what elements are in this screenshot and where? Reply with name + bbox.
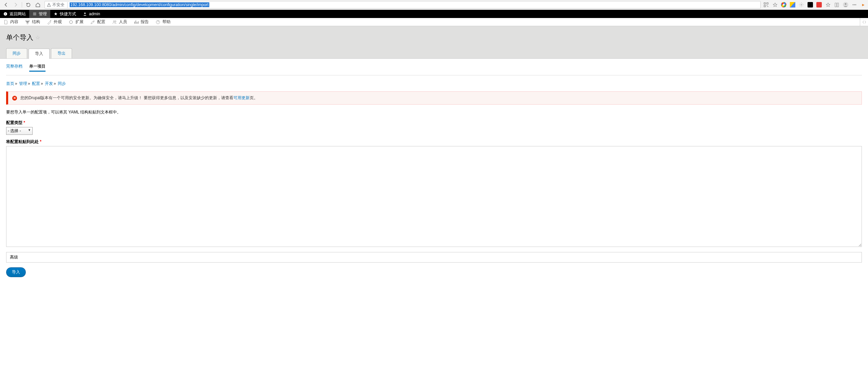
menu-appearance-label: 外观: [54, 19, 62, 25]
tab-import[interactable]: 导入: [29, 49, 50, 59]
config-type-label-text: 配置类型: [6, 120, 22, 125]
config-paste-textarea[interactable]: [6, 146, 862, 247]
svg-point-16: [113, 20, 115, 22]
manage-label: 管理: [39, 11, 47, 17]
collections-icon[interactable]: [834, 2, 839, 7]
extension-gear-icon[interactable]: [799, 2, 804, 7]
menu-structure-label: 结构: [32, 19, 40, 25]
config-type-value: - 选择 -: [8, 128, 21, 133]
menu-appearance[interactable]: 外观: [43, 18, 65, 26]
crumb-sync[interactable]: 同步: [58, 81, 66, 86]
page-description: 要想导入单一的配置项，可以将其 YAML 结构粘贴到文本框中。: [6, 109, 862, 115]
menu-structure[interactable]: 结构: [22, 18, 43, 26]
crumb-home[interactable]: 首页: [6, 81, 14, 86]
more-icon[interactable]: ⋯: [852, 2, 857, 7]
address-bar[interactable]: 不安全 192.168.109.100:8080/admin/config/de…: [45, 1, 761, 8]
svg-point-11: [84, 13, 86, 14]
menu-help[interactable]: 帮助: [152, 18, 174, 26]
admin-menu: 内容 结构 外观 扩展 配置 人员 报告 帮助: [0, 18, 868, 26]
svg-rect-4: [767, 5, 767, 6]
security-indicator[interactable]: 不安全: [47, 2, 68, 8]
svg-rect-8: [837, 3, 838, 6]
svg-rect-5: [767, 6, 768, 7]
menu-config[interactable]: 配置: [87, 18, 109, 26]
svg-rect-2: [767, 3, 768, 4]
extension-chrome-icon[interactable]: [781, 2, 786, 7]
shortcuts-link[interactable]: 快捷方式: [50, 10, 79, 18]
subtab-full[interactable]: 完整存档: [6, 62, 22, 72]
crumb-dev[interactable]: 开发: [45, 81, 53, 86]
svg-point-10: [4, 12, 7, 16]
tab-export[interactable]: 导出: [51, 48, 72, 58]
page-title-text: 单个导入: [6, 33, 33, 42]
menu-content[interactable]: 内容: [0, 18, 22, 26]
manage-menu-toggle[interactable]: 管理: [29, 10, 50, 18]
import-button[interactable]: 导入: [6, 267, 26, 277]
config-type-select[interactable]: - 选择 -: [6, 127, 33, 135]
page-header: 单个导入 ☆ 同步 导入 导出: [0, 26, 868, 59]
svg-point-15: [50, 20, 51, 21]
menu-config-label: 配置: [97, 19, 105, 25]
url-text: 192.168.109.100:8080/admin/config/develo…: [70, 2, 209, 7]
browser-toolbar: 不安全 192.168.109.100:8080/admin/config/de…: [0, 0, 868, 10]
drupal-topbar: 返回网站 管理 快捷方式 admin: [0, 10, 868, 18]
extension-red-icon[interactable]: [816, 2, 822, 7]
extension-color-icon[interactable]: [790, 2, 795, 7]
page-title: 单个导入 ☆: [6, 33, 862, 42]
profile-avatar[interactable]: [843, 2, 848, 7]
menu-help-label: 帮助: [162, 19, 171, 25]
forward-button[interactable]: [12, 1, 20, 9]
menu-content-label: 内容: [10, 19, 18, 25]
svg-point-9: [845, 3, 847, 5]
bookmark-star-icon[interactable]: [772, 2, 778, 7]
svg-rect-1: [764, 3, 765, 4]
breadcrumb: 首页» 管理» 配置» 开发» 同步: [6, 81, 862, 87]
separator: [22, 2, 22, 7]
svg-rect-3: [764, 5, 765, 7]
menu-extend-label: 扩展: [75, 19, 84, 25]
svg-rect-14: [27, 22, 28, 24]
orientation-toggle[interactable]: [860, 18, 868, 26]
menu-people-label: 人员: [119, 19, 127, 25]
favorite-icon[interactable]: [825, 2, 831, 7]
svg-rect-7: [835, 3, 836, 6]
subtab-single[interactable]: 单一项目: [29, 62, 46, 72]
extension-black-icon[interactable]: [808, 2, 813, 7]
paste-label-text: 将配置粘贴到此处: [6, 139, 39, 144]
config-type-label: 配置类型 *: [6, 120, 862, 126]
paste-label: 将配置粘贴到此处 *: [6, 139, 862, 145]
reload-button[interactable]: [24, 1, 32, 9]
back-button[interactable]: [2, 1, 10, 9]
error-icon: ✕: [12, 96, 17, 101]
user-label: admin: [89, 12, 100, 16]
back-to-site-link[interactable]: 返回网站: [0, 10, 29, 18]
shortcut-star-icon[interactable]: ☆: [35, 34, 40, 41]
main-content: 完整存档 单一项目 首页» 管理» 配置» 开发» 同步 ✕ 您的Drupal版…: [0, 59, 868, 277]
nav-arrows: [2, 1, 42, 9]
alert-link[interactable]: 可用更新: [233, 95, 250, 100]
menu-extend[interactable]: 扩展: [65, 18, 87, 26]
primary-tabs: 同步 导入 导出: [6, 48, 862, 58]
alert-text-1: 您的Drupal版本有一个可用的安全更新。为确保安全，请马上升级！ 要想获得更多…: [20, 95, 233, 100]
crumb-config[interactable]: 配置: [32, 81, 40, 86]
advanced-details[interactable]: 高级: [6, 252, 862, 263]
secondary-tabs: 完整存档 单一项目: [6, 59, 862, 75]
not-secure-label: 不安全: [52, 2, 65, 8]
shortcuts-label: 快捷方式: [60, 11, 76, 17]
menu-reports[interactable]: 报告: [130, 18, 152, 26]
tab-sync[interactable]: 同步: [6, 48, 27, 58]
security-alert: ✕ 您的Drupal版本有一个可用的安全更新。为确保安全，请马上升级！ 要想获得…: [6, 91, 862, 105]
back-to-site-label: 返回网站: [10, 11, 26, 17]
alert-message: 您的Drupal版本有一个可用的安全更新。为确保安全，请马上升级！ 要想获得更多…: [20, 95, 258, 101]
svg-rect-13: [28, 20, 30, 21]
dev-indicator-icon[interactable]: ▸: [861, 2, 866, 7]
crumb-admin[interactable]: 管理: [19, 81, 27, 86]
qr-icon[interactable]: [763, 2, 769, 7]
home-button[interactable]: [34, 1, 42, 9]
menu-people[interactable]: 人员: [109, 18, 130, 26]
svg-rect-12: [26, 20, 27, 21]
menu-reports-label: 报告: [141, 19, 149, 25]
svg-point-6: [801, 4, 802, 5]
alert-text-2: 页。: [250, 95, 258, 100]
user-menu[interactable]: admin: [79, 10, 104, 18]
